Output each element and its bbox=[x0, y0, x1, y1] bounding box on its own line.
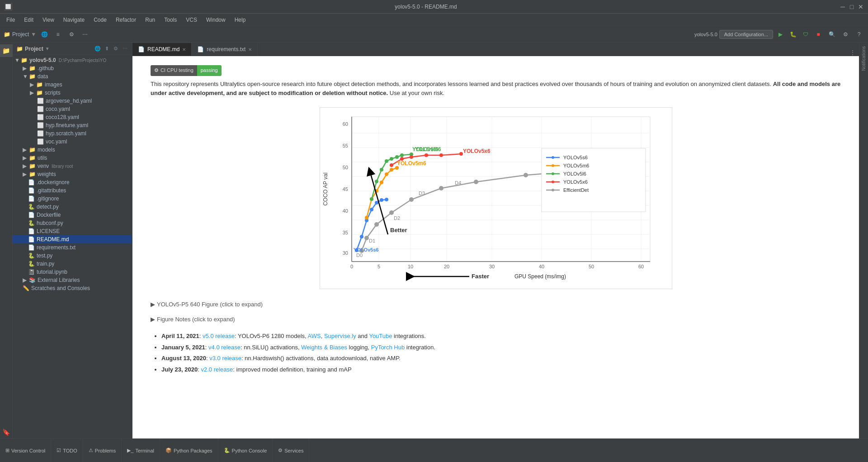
tree-item-detect[interactable]: 🐍 detect.py bbox=[13, 203, 132, 211]
link-pytorch-hub[interactable]: PyTorch Hub bbox=[371, 344, 405, 351]
collapse-all-icon[interactable]: ≡ bbox=[52, 29, 63, 40]
tree-item-models[interactable]: ▶ 📁 models bbox=[13, 146, 132, 154]
tab-requirements[interactable]: 📄 requirements.txt ✕ bbox=[192, 43, 258, 56]
editor-options-icon[interactable]: ⋮ bbox=[846, 49, 859, 56]
link-v3-release[interactable]: v3.0 release bbox=[209, 355, 241, 362]
tree-item-images[interactable]: ▶ 📁 images bbox=[13, 81, 132, 89]
expand-notes[interactable]: ▶ Figure Notes (click to expand) bbox=[151, 313, 841, 326]
scope-icon[interactable]: 🌐 bbox=[94, 45, 101, 52]
tree-item-coco[interactable]: ⬜ coco.yaml bbox=[13, 105, 132, 113]
tree-item-gitignore[interactable]: 📄 .gitignore bbox=[13, 195, 132, 203]
tree-item-scripts[interactable]: ▶ 📁 scripts bbox=[13, 89, 132, 97]
tree-item-requirements[interactable]: 📄 requirements.txt bbox=[13, 243, 132, 252]
link-weights-biases[interactable]: Weights & Biases bbox=[301, 344, 347, 351]
tree-item-utils[interactable]: ▶ 📁 utils bbox=[13, 154, 132, 162]
menu-refactor[interactable]: Refactor bbox=[111, 15, 141, 25]
bottom-tab-python-packages[interactable]: 📦 Python Packages bbox=[160, 439, 218, 462]
tree-item-dockerignore[interactable]: 📄 .dockerignore bbox=[13, 178, 132, 186]
menu-run[interactable]: Run bbox=[141, 15, 160, 25]
bottom-tab-terminal[interactable]: ▶_ Terminal bbox=[122, 439, 160, 462]
bottom-tab-python-console[interactable]: 🐍 Python Console bbox=[218, 439, 273, 462]
minimize-button[interactable]: ─ bbox=[839, 3, 846, 10]
run-button[interactable]: ▶ bbox=[775, 29, 786, 40]
tab-requirements-close[interactable]: ✕ bbox=[248, 47, 252, 52]
search-everywhere-icon[interactable]: 🔍 bbox=[826, 29, 837, 40]
coverage-button[interactable]: 🛡 bbox=[800, 29, 811, 40]
tree-item-data[interactable]: ▼ 📁 data bbox=[13, 72, 132, 81]
svg-text:YOLOv5l6: YOLOv5l6 bbox=[415, 146, 441, 152]
external-link-icon[interactable]: 🌐 bbox=[39, 29, 50, 40]
svg-point-99 bbox=[552, 172, 554, 175]
bottom-tab-problems[interactable]: ⚠ Problems bbox=[83, 439, 122, 462]
project-selector[interactable]: 📁 Project ▼ bbox=[4, 31, 36, 38]
filter-tree-icon[interactable]: ⚙ bbox=[112, 45, 119, 52]
tab-readme-close[interactable]: ✕ bbox=[182, 47, 186, 52]
menu-code[interactable]: Code bbox=[89, 15, 111, 25]
dots-icon[interactable]: ⋯ bbox=[121, 45, 128, 52]
menu-window[interactable]: Window bbox=[202, 15, 230, 25]
menu-file[interactable]: File bbox=[2, 15, 19, 25]
settings2-icon[interactable]: ⚙ bbox=[840, 29, 851, 40]
filter-icon[interactable]: ⚙ bbox=[66, 29, 77, 40]
sidebar-project-icon[interactable]: 📁 bbox=[0, 44, 13, 57]
close-button[interactable]: ✕ bbox=[857, 3, 864, 10]
menu-navigate[interactable]: Navigate bbox=[59, 15, 89, 25]
svg-text:60: 60 bbox=[638, 264, 643, 269]
expand-figure[interactable]: ▶ YOLOv5-P5 640 Figure (click to expand) bbox=[151, 298, 841, 311]
tree-item-external-libs[interactable]: ▶ 📚 External Libraries bbox=[13, 276, 132, 284]
menu-help[interactable]: Help bbox=[230, 15, 250, 25]
settings-icon[interactable]: ⋯ bbox=[80, 29, 90, 40]
collapse-icon[interactable]: ⬆ bbox=[103, 45, 110, 52]
notifications-label: Notifications bbox=[861, 43, 866, 74]
tree-item-scratches[interactable]: ✏️ Scratches and Consoles bbox=[13, 284, 132, 292]
bottom-tab-todo[interactable]: ☑ TODO bbox=[51, 439, 83, 462]
svg-point-63 bbox=[390, 168, 393, 171]
svg-text:GPU Speed (ms/img): GPU Speed (ms/img) bbox=[514, 273, 566, 280]
stop-button[interactable]: ■ bbox=[813, 29, 824, 40]
tree-item-gitattributes[interactable]: 📄 .gitattributes bbox=[13, 186, 132, 195]
tree-item-train[interactable]: 🐍 train.py bbox=[13, 260, 132, 268]
add-configuration-button[interactable]: Add Configuration... bbox=[719, 30, 773, 39]
tree-item-hyp-finetune[interactable]: ⬜ hyp.finetune.yaml bbox=[13, 121, 132, 129]
ci-badge-area[interactable]: ⚙ CI CPU testing passing bbox=[151, 65, 841, 76]
tree-item-hyp-scratch[interactable]: ⬜ hyp.scratch.yaml bbox=[13, 129, 132, 138]
menu-view[interactable]: View bbox=[38, 15, 59, 25]
tab-readme[interactable]: 📄 README.md ✕ bbox=[132, 43, 192, 56]
tab-readme-icon: 📄 bbox=[138, 46, 145, 52]
tree-item-hubconf[interactable]: 🐍 hubconf.py bbox=[13, 219, 132, 227]
svg-text:30: 30 bbox=[489, 264, 494, 269]
tree-item-github[interactable]: ▶ 📁 .github bbox=[13, 64, 132, 72]
link-v5-release[interactable]: v5.0 release bbox=[203, 333, 235, 339]
link-youtube[interactable]: YouTube bbox=[369, 333, 392, 339]
tree-item-voc[interactable]: ⬜ voc.yaml bbox=[13, 138, 132, 146]
tree-item-tutorial[interactable]: 📓 tutorial.ipynb bbox=[13, 268, 132, 276]
menu-tools[interactable]: Tools bbox=[160, 15, 181, 25]
version-control-icon: ⊞ bbox=[5, 448, 9, 453]
menu-vcs[interactable]: VCS bbox=[181, 15, 202, 25]
link-v4-release[interactable]: v4.0 release bbox=[208, 344, 241, 351]
sidebar-bookmark-icon[interactable]: 🔖 bbox=[0, 426, 13, 438]
tree-item-argoverse[interactable]: ⬜ argoverse_hd.yaml bbox=[13, 97, 132, 105]
tree-root[interactable]: ▼ 📁 yolov5-5.0 D:\PycharmProjects\YO bbox=[13, 56, 132, 64]
window-controls[interactable]: ─ □ ✕ bbox=[839, 3, 864, 10]
bottom-tab-version-control[interactable]: ⊞ Version Control bbox=[0, 439, 51, 462]
menu-edit[interactable]: Edit bbox=[19, 15, 38, 25]
maximize-button[interactable]: □ bbox=[848, 3, 855, 10]
tree-item-dockerfile[interactable]: 📄 Dockerfile bbox=[13, 211, 132, 219]
svg-point-64 bbox=[395, 166, 399, 170]
tree-item-license[interactable]: 📄 LICENSE bbox=[13, 227, 132, 235]
tree-item-test[interactable]: 🐍 test.py bbox=[13, 252, 132, 260]
svg-text:45: 45 bbox=[342, 186, 348, 192]
project-dropdown-icon[interactable]: ▼ bbox=[45, 46, 50, 51]
tree-item-readme[interactable]: 📄 README.md bbox=[13, 235, 132, 243]
bottom-tab-services[interactable]: ⚙ Services bbox=[273, 439, 309, 462]
tree-item-venv[interactable]: ▶ 📁 venv library root bbox=[13, 162, 132, 170]
tree-item-coco128[interactable]: ⬜ coco128.yaml bbox=[13, 113, 132, 121]
ci-status-badge: passing bbox=[197, 65, 222, 76]
link-supervisely[interactable]: Supervise.ly bbox=[324, 333, 356, 339]
help-icon[interactable]: ? bbox=[854, 29, 864, 40]
debug-button[interactable]: 🐛 bbox=[788, 29, 798, 40]
tree-item-weights[interactable]: ▶ 📁 weights bbox=[13, 170, 132, 178]
link-aws[interactable]: AWS bbox=[308, 333, 321, 339]
link-v2-release[interactable]: v2.0 release bbox=[201, 366, 233, 373]
